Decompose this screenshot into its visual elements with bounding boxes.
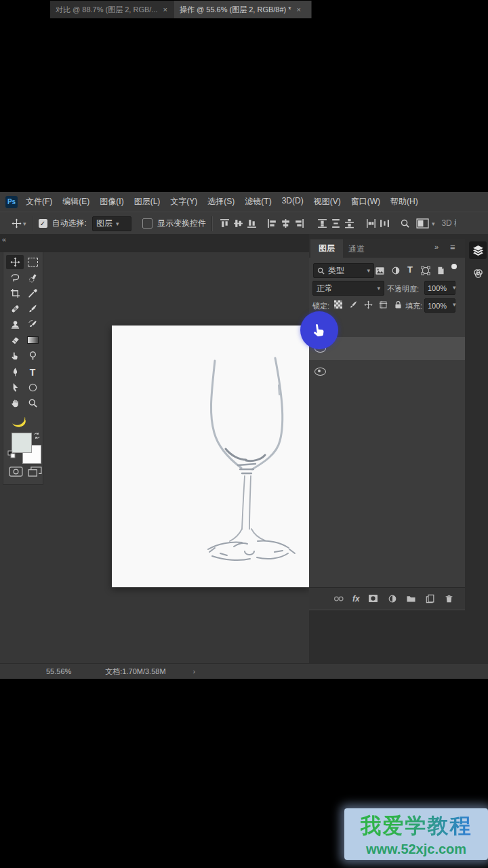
distribute-horizontal-centers-icon[interactable] [378,217,392,231]
auto-select-dropdown[interactable]: 图层 ▾ [92,216,131,231]
auto-select-checkbox[interactable]: ✓ [39,219,47,228]
move-tool[interactable] [6,255,24,269]
filter-toggle-icon[interactable] [451,264,457,269]
status-chevron-icon[interactable]: › [193,667,196,675]
edit-toolbar-banana-icon[interactable] [7,412,30,431]
history-brush-tool[interactable] [24,317,41,332]
tab-close-icon[interactable]: × [297,5,301,14]
visibility-eye-icon[interactable] [314,368,326,376]
zoom-tool[interactable] [24,396,41,410]
document-canvas[interactable] [112,326,309,587]
align-right-edges-icon[interactable] [293,217,306,231]
pen-tool[interactable] [6,365,24,379]
menu-edit[interactable]: 编辑(E) [62,196,89,208]
blend-mode-dropdown[interactable]: 正常 ▾ [312,281,384,296]
document-tab-duibi[interactable]: 对比 @ 88.7% (图层 2, RGB/... × [50,1,185,18]
eraser-tool[interactable] [6,333,24,347]
menu-view[interactable]: 视图(V) [314,196,341,208]
delete-layer-trash-icon[interactable] [444,593,455,604]
align-vertical-centers-icon[interactable] [232,217,245,231]
dodge-tool[interactable] [24,349,41,363]
link-layers-icon[interactable] [333,593,344,604]
screen: { "menubar": { "items": ["文件(F)","编辑(E)"… [0,0,488,868]
document-tab-caozuo-active[interactable]: 操作 @ 55.6% (图层 2, RGB/8#) * × [174,1,312,18]
menu-window[interactable]: 窗口(W) [351,196,380,208]
move-tool-icon [9,217,23,231]
tool-preset-dropdown-icon[interactable]: ▾ [23,220,26,227]
align-left-edges-icon[interactable] [266,217,279,231]
ellipse-tool[interactable] [24,380,41,395]
panel-menu-icon[interactable]: ≡ [450,242,455,252]
zoom-level-field[interactable]: 55.56% [46,667,71,675]
lock-position-icon[interactable] [363,299,373,310]
layer-row-layer1[interactable]: 图层 1 [309,360,465,383]
hand-tool[interactable] [6,396,24,410]
filter-type-layers-icon[interactable]: T [407,264,413,275]
menu-layer[interactable]: 图层(L) [134,196,161,208]
distribute-vertical-centers-icon[interactable] [329,217,343,231]
tab-close-icon[interactable]: × [163,5,167,14]
dropdown-arrow-icon: ▾ [116,220,119,227]
lock-transparent-pixels-icon[interactable] [333,299,344,310]
dropdown-arrow-icon[interactable]: ▾ [453,301,456,308]
opacity-value-field[interactable]: 100% [424,281,455,295]
dock-layers-panel-button[interactable] [469,241,487,259]
filter-shape-layers-icon[interactable] [420,265,431,276]
layer-style-fx-icon[interactable]: fx [352,594,360,604]
add-layer-mask-icon[interactable] [368,593,379,604]
tab-title: 操作 @ 55.6% (图层 2, RGB/8#) * [180,5,291,15]
menu-help[interactable]: 帮助(H) [390,196,418,208]
align-horizontal-centers-icon[interactable] [279,217,293,231]
filter-pixel-layers-icon[interactable] [374,265,385,276]
path-selection-tool[interactable] [6,380,24,395]
fill-value-field[interactable]: 100% [424,298,455,313]
filter-smart-objects-icon[interactable] [435,265,446,276]
new-layer-icon[interactable] [425,593,436,604]
dock-color-panel-button[interactable] [469,264,487,282]
spot-healing-brush-tool[interactable] [6,302,24,316]
filter-adjustment-layers-icon[interactable] [390,265,401,276]
lock-all-icon[interactable] [392,299,403,310]
dropdown-arrow-icon[interactable]: ▾ [453,284,456,291]
crop-tool[interactable] [6,286,24,300]
align-bottom-edges-icon[interactable] [245,217,259,231]
lock-image-pixels-icon[interactable] [348,299,359,310]
wine-glass-artwork [112,326,309,587]
opacity-value: 100% [428,284,447,292]
menu-image[interactable]: 图像(I) [100,196,123,208]
screen-mode-button[interactable] [28,467,42,479]
panel-collapse-icon[interactable]: » [434,243,438,251]
distribute-left-edges-icon[interactable] [365,217,378,231]
quick-selection-tool[interactable] [24,271,41,285]
menu-select[interactable]: 选择(S) [207,196,235,208]
menu-type[interactable]: 文字(Y) [170,196,197,208]
toolbar-collapse-icon[interactable]: « [2,235,6,243]
type-tool[interactable]: T [24,365,41,379]
show-transform-checkbox[interactable] [142,218,152,229]
lock-artboard-icon[interactable] [378,299,388,310]
distribute-bottom-edges-icon[interactable] [343,217,357,231]
search-icon[interactable] [399,217,412,231]
align-top-edges-icon[interactable] [218,217,232,231]
lasso-tool[interactable] [6,271,24,285]
menu-3d[interactable]: 3D(D) [282,196,304,208]
menu-filter[interactable]: 滤镜(T) [245,196,271,208]
gradient-tool[interactable] [24,333,41,347]
default-colors-icon[interactable] [7,449,16,461]
tab-layers[interactable]: 图层 [310,239,343,258]
smudge-tool[interactable] [6,349,24,363]
swap-colors-icon[interactable] [33,430,41,442]
layer-filter-type-dropdown[interactable]: 类型 ▾ [313,263,374,278]
quick-mask-button[interactable] [9,467,23,479]
tab-channels[interactable]: 通道 [348,243,365,255]
brush-tool[interactable] [24,302,41,316]
menu-file[interactable]: 文件(F) [26,196,52,208]
distribute-top-edges-icon[interactable] [316,217,329,231]
search-icon [317,267,325,275]
marquee-tool[interactable] [24,255,41,269]
new-group-folder-icon[interactable] [406,593,417,604]
new-adjustment-layer-icon[interactable] [387,593,398,604]
arrange-documents-icon[interactable] [416,217,430,231]
clone-stamp-tool[interactable] [6,317,24,332]
eyedropper-tool[interactable] [24,286,41,300]
